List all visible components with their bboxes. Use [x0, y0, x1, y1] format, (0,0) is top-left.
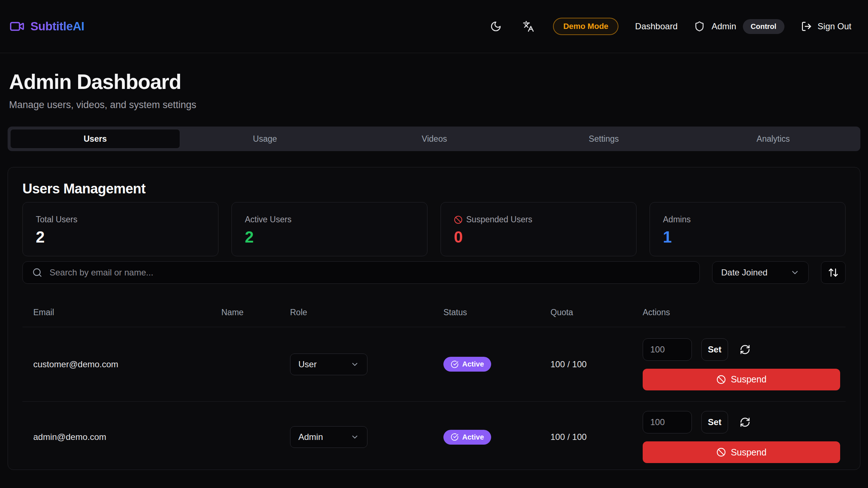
stat-suspended-users: Suspended Users 0: [441, 202, 637, 256]
user-actions: Set Suspend: [643, 338, 840, 390]
theme-toggle-button[interactable]: [488, 18, 504, 34]
chevron-down-icon: [350, 360, 359, 369]
translate-icon: [523, 21, 534, 32]
user-quota: 100 / 100: [550, 432, 643, 442]
role-select[interactable]: User: [290, 354, 367, 375]
tab-videos[interactable]: Videos: [350, 129, 519, 149]
demo-mode-badge: Demo Mode: [553, 18, 618, 35]
search-input[interactable]: [50, 267, 690, 278]
sign-out-icon: [801, 21, 812, 32]
section-tabs: Users Usage Videos Settings Analytics: [8, 127, 860, 151]
quota-input[interactable]: [643, 338, 692, 361]
suspend-user-button[interactable]: Suspend: [643, 369, 840, 390]
language-toggle-button[interactable]: [520, 18, 536, 34]
chevron-down-icon: [350, 433, 359, 441]
column-header-email: Email: [33, 308, 221, 317]
page-title: Admin Dashboard: [9, 70, 859, 94]
quota-input[interactable]: [643, 411, 692, 433]
role-select-value: Admin: [298, 432, 323, 442]
dashboard-link[interactable]: Dashboard: [635, 21, 677, 31]
sort-field-value: Date Joined: [721, 267, 767, 278]
role-select[interactable]: Admin: [290, 426, 367, 448]
user-actions: Set Suspend: [643, 411, 840, 463]
arrow-up-down-icon: [828, 267, 839, 278]
table-controls: Date Joined: [22, 261, 846, 284]
top-nav-items: Demo Mode Dashboard Admin Control Sign O…: [488, 18, 851, 35]
column-header-role: Role: [290, 308, 443, 317]
stat-active-users: Active Users 2: [231, 202, 427, 256]
status-badge: Active: [443, 357, 491, 372]
circle-check-icon: [451, 433, 459, 441]
sort-direction-button[interactable]: [821, 261, 846, 284]
stat-label: Suspended Users: [466, 215, 532, 224]
section-title: Users Management: [22, 180, 846, 197]
stat-label: Total Users: [36, 215, 77, 224]
user-email: customer@demo.com: [33, 359, 221, 369]
chevron-down-icon: [790, 268, 800, 277]
refresh-icon: [740, 344, 750, 355]
column-header-quota: Quota: [550, 308, 643, 317]
role-select-value: User: [298, 359, 317, 369]
brand-name: SubtitleAI: [30, 20, 84, 33]
status-badge: Active: [443, 430, 491, 445]
circle-check-icon: [451, 360, 459, 368]
control-badge: Control: [743, 19, 784, 34]
moon-icon: [490, 21, 502, 32]
refresh-quota-button[interactable]: [740, 417, 750, 428]
refresh-quota-button[interactable]: [740, 344, 750, 355]
video-camera-icon: [9, 19, 25, 34]
tab-usage[interactable]: Usage: [180, 129, 349, 149]
stat-total-users: Total Users 2: [22, 202, 218, 256]
user-email: admin@demo.com: [33, 432, 221, 442]
ban-icon: [454, 215, 463, 224]
status-label: Active: [462, 360, 484, 368]
suspend-label: Suspend: [731, 374, 767, 385]
admin-role-chip: Admin Control: [694, 19, 784, 34]
table-row: admin@demo.com Admin: [22, 402, 846, 470]
stat-value: 2: [36, 228, 205, 246]
page-content: Admin Dashboard Manage users, videos, an…: [0, 70, 868, 470]
column-header-status: Status: [443, 308, 550, 317]
shield-icon: [694, 21, 705, 32]
set-quota-button[interactable]: Set: [701, 411, 728, 433]
set-quota-button[interactable]: Set: [701, 338, 728, 361]
suspend-label: Suspend: [731, 447, 767, 458]
status-label: Active: [462, 433, 484, 441]
brand-logo[interactable]: SubtitleAI: [9, 19, 84, 34]
table-row: customer@demo.com User: [22, 327, 846, 402]
stat-label: Admins: [663, 215, 691, 224]
search-box: [22, 261, 700, 284]
page-subtitle: Manage users, videos, and system setting…: [9, 99, 859, 111]
stats-row: Total Users 2 Active Users 2 Suspended U…: [22, 202, 846, 256]
admin-label: Admin: [711, 21, 736, 31]
sort-field-select[interactable]: Date Joined: [712, 261, 809, 284]
sign-out-button[interactable]: Sign Out: [801, 21, 851, 32]
tab-users[interactable]: Users: [10, 129, 180, 149]
stat-value: 2: [245, 228, 414, 246]
user-quota: 100 / 100: [550, 359, 643, 369]
suspend-user-button[interactable]: Suspend: [643, 441, 840, 463]
stat-value: 0: [454, 228, 623, 246]
column-header-actions: Actions: [643, 308, 846, 317]
tab-analytics[interactable]: Analytics: [689, 129, 858, 149]
stat-admins: Admins 1: [650, 202, 846, 256]
ban-icon: [716, 448, 726, 457]
stat-value: 1: [663, 228, 832, 246]
top-navigation-bar: SubtitleAI Demo Mode Dashboard: [0, 0, 868, 53]
column-header-name: Name: [221, 308, 290, 317]
refresh-icon: [740, 417, 750, 428]
stat-label: Active Users: [245, 215, 292, 224]
table-header-row: Email Name Role Status Quota Actions: [22, 292, 846, 327]
sign-out-label: Sign Out: [818, 21, 851, 31]
tab-settings[interactable]: Settings: [519, 129, 688, 149]
search-icon: [32, 267, 42, 278]
users-management-card: Users Management Total Users 2 Active Us…: [8, 167, 860, 470]
ban-icon: [716, 375, 726, 384]
